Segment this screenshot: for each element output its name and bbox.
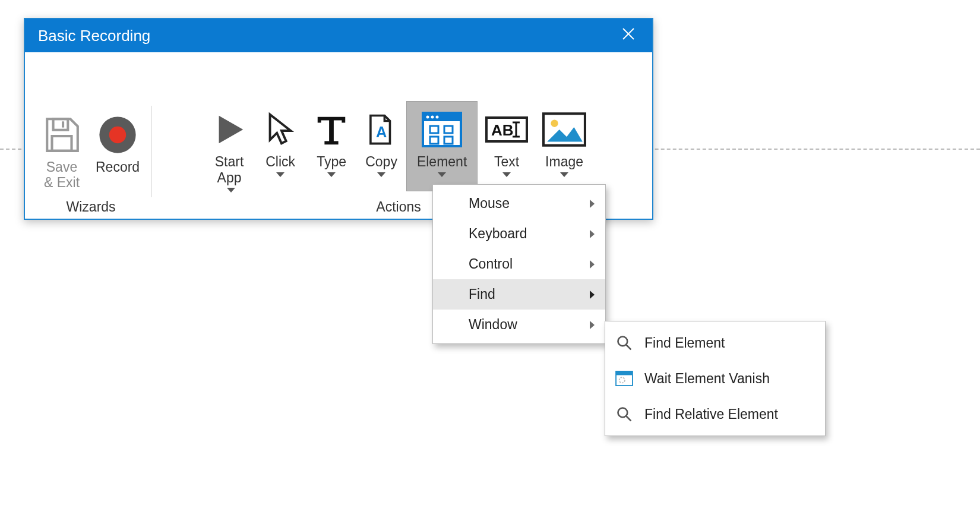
menu-item-label: Window <box>469 317 517 333</box>
svg-point-13 <box>436 116 439 119</box>
svg-line-27 <box>627 345 631 350</box>
chevron-down-icon <box>276 172 284 177</box>
svg-line-32 <box>627 417 631 421</box>
menu-item-find[interactable]: Find <box>433 279 605 310</box>
svg-rect-29 <box>616 371 633 376</box>
type-button[interactable]: Type <box>306 101 356 191</box>
type-label: Type <box>317 154 346 169</box>
cursor-icon <box>262 105 299 154</box>
save-exit-button[interactable]: Save & Exit <box>36 106 88 197</box>
chevron-right-icon <box>590 200 595 208</box>
click-button[interactable]: Click <box>255 101 305 191</box>
play-icon <box>211 105 248 154</box>
chevron-right-icon <box>590 230 595 238</box>
copy-button[interactable]: A Copy <box>358 101 405 191</box>
window-wait-icon <box>615 369 634 388</box>
menu-item-label: Control <box>469 256 513 272</box>
text-button[interactable]: AB Text <box>479 101 535 191</box>
save-exit-label: Save & Exit <box>44 159 80 193</box>
text-icon: AB <box>485 105 528 154</box>
group-actions-label: Actions <box>376 199 421 215</box>
group-wizards-label: Wizards <box>67 199 116 215</box>
menu-item-label: Mouse <box>469 195 510 212</box>
window-title: Basic Recording <box>38 27 150 45</box>
svg-rect-4 <box>52 136 72 151</box>
close-button[interactable] <box>615 23 641 49</box>
element-label: Element <box>417 154 467 169</box>
chevron-down-icon <box>502 172 511 177</box>
text-label: Text <box>494 154 519 169</box>
save-icon <box>42 111 81 159</box>
search-icon <box>615 333 634 352</box>
start-app-label: Start App <box>215 154 244 185</box>
element-dropdown-menu: Mouse Keyboard Control Find Window <box>432 184 606 344</box>
element-button[interactable]: Element <box>406 101 478 191</box>
find-submenu: Find Element Wait Element Vanish Find Re… <box>605 321 826 436</box>
submenu-label: Wait Element Vanish <box>644 371 770 387</box>
svg-point-6 <box>109 127 126 143</box>
menu-item-label: Keyboard <box>469 226 527 242</box>
element-icon <box>421 105 463 154</box>
click-label: Click <box>265 154 295 169</box>
svg-point-12 <box>431 116 434 119</box>
menu-item-mouse[interactable]: Mouse <box>433 188 605 219</box>
svg-point-24 <box>551 120 558 127</box>
titlebar: Basic Recording <box>25 19 652 52</box>
chevron-right-icon <box>590 291 595 299</box>
svg-point-31 <box>618 408 628 418</box>
svg-marker-7 <box>219 116 244 144</box>
start-app-button[interactable]: Start App <box>204 101 254 197</box>
submenu-find-element[interactable]: Find Element <box>605 325 825 361</box>
image-label: Image <box>545 154 583 169</box>
chevron-right-icon <box>590 260 595 269</box>
type-icon <box>313 105 350 154</box>
svg-point-11 <box>426 116 429 119</box>
submenu-wait-vanish[interactable]: Wait Element Vanish <box>605 361 825 396</box>
chevron-down-icon <box>227 188 235 193</box>
image-button[interactable]: Image <box>536 101 593 191</box>
svg-text:AB: AB <box>491 121 514 139</box>
svg-text:A: A <box>376 124 387 140</box>
record-icon <box>97 111 138 159</box>
chevron-down-icon <box>438 172 446 177</box>
copy-icon: A <box>364 105 399 154</box>
svg-point-26 <box>618 337 628 346</box>
svg-rect-2 <box>53 119 68 130</box>
menu-item-label: Find <box>469 286 495 302</box>
menu-item-window[interactable]: Window <box>433 310 605 340</box>
submenu-find-relative[interactable]: Find Relative Element <box>605 396 825 432</box>
copy-label: Copy <box>365 154 397 169</box>
submenu-label: Find Relative Element <box>644 406 778 422</box>
menu-item-control[interactable]: Control <box>433 249 605 279</box>
menu-item-keyboard[interactable]: Keyboard <box>433 219 605 249</box>
image-icon <box>542 105 586 154</box>
chevron-down-icon <box>377 172 385 177</box>
chevron-down-icon <box>560 172 568 177</box>
chevron-right-icon <box>590 321 595 329</box>
chevron-down-icon <box>327 172 336 177</box>
group-wizards: Save & Exit Record Wizards <box>31 106 151 219</box>
record-button[interactable]: Record <box>89 106 146 197</box>
close-icon <box>621 27 636 45</box>
submenu-label: Find Element <box>644 335 725 351</box>
record-label: Record <box>96 159 140 193</box>
search-icon <box>615 405 634 424</box>
